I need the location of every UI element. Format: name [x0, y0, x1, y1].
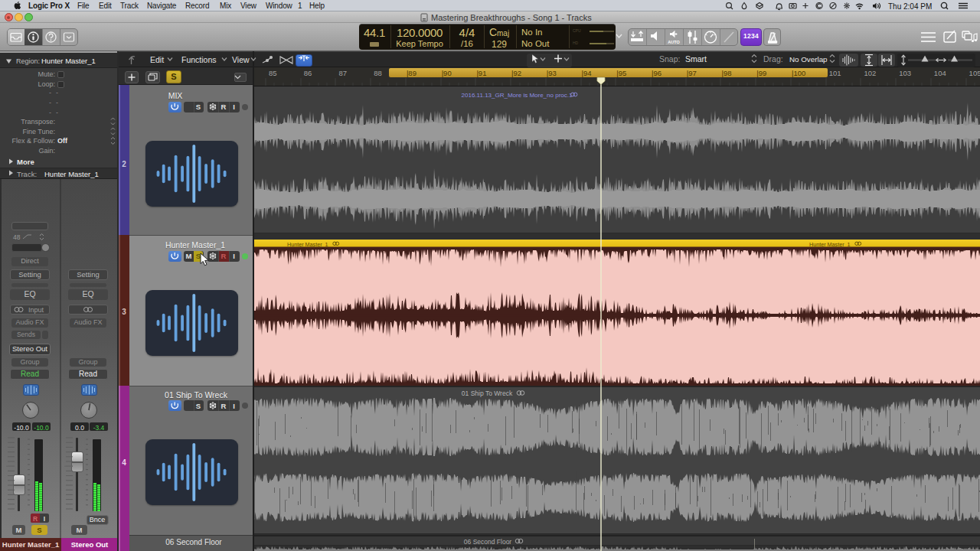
- svg-text:AUTO: AUTO: [668, 40, 680, 44]
